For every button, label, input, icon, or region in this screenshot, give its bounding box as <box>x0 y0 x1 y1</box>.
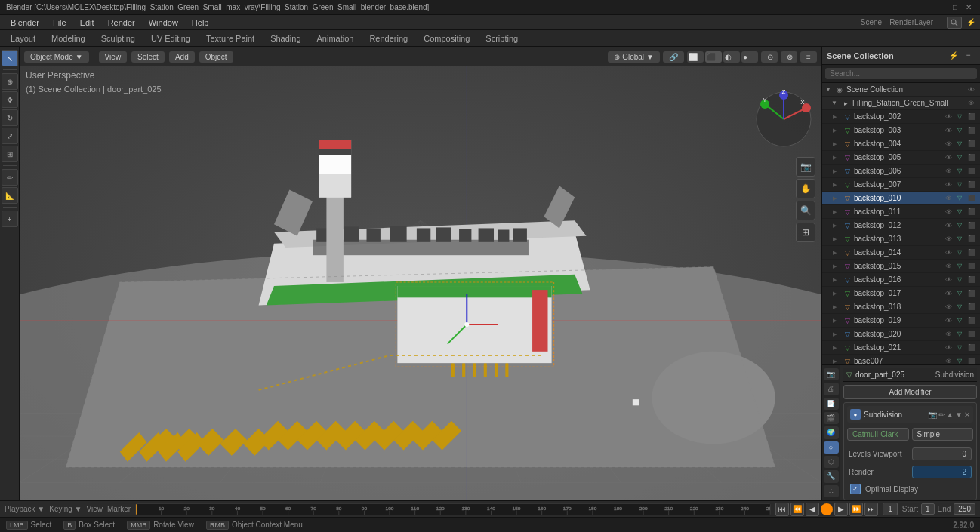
outliner-item[interactable]: ▶ ▽ backstop_011 👁 ▽ ⬛ <box>822 205 980 219</box>
item-tri-icon[interactable]: ▽ <box>957 222 966 229</box>
eye-icon-collection[interactable]: 👁 <box>968 100 977 107</box>
item-eye-icon[interactable]: 👁 <box>945 263 954 270</box>
snap-button[interactable]: 🔗 <box>663 51 684 63</box>
rendered-shading-button[interactable]: ● <box>741 51 758 63</box>
nav-gizmo[interactable]: X Y Z <box>753 89 814 149</box>
viewport-canvas[interactable]: X Y Z 📷 ✋ 🔍 ⊞ <box>20 66 821 500</box>
item-restrict-icon[interactable]: ⬛ <box>968 154 977 161</box>
tab-scripting[interactable]: Scripting <box>478 32 525 45</box>
item-eye-icon[interactable]: 👁 <box>945 222 954 229</box>
item-restrict-icon[interactable]: ⬛ <box>968 168 977 174</box>
timeline-ruler[interactable]: 10 20 30 40 50 60 70 80 90 100 110 120 1… <box>135 503 771 515</box>
item-eye-icon[interactable]: 👁 <box>945 154 954 161</box>
object-mode-dropdown[interactable]: Object Mode ▼ <box>24 51 89 63</box>
item-tri-icon[interactable]: ▽ <box>957 195 966 201</box>
modifier-header-row[interactable]: ● Subdivision 📷 ✏ ▲ ▼ ✕ <box>847 406 973 423</box>
item-tri-icon[interactable]: ▽ <box>957 303 966 310</box>
tab-modeling[interactable]: Modeling <box>44 32 93 45</box>
tab-texture-paint[interactable]: Texture Paint <box>199 32 262 45</box>
tab-shading[interactable]: Shading <box>263 32 308 45</box>
playback-menu[interactable]: Playback ▼ <box>5 505 45 513</box>
item-tri-icon[interactable]: ▽ <box>957 317 966 324</box>
jump-end-button[interactable]: ⏭ <box>864 503 878 516</box>
outliner-item[interactable]: ▶ ▽ backstop_018 👁 ▽ ⬛ <box>822 300 980 314</box>
outliner-item[interactable]: ▶ ▽ backstop_006 👁 ▽ ⬛ <box>822 165 980 178</box>
solid-shading-button[interactable]: ⬛ <box>705 51 722 63</box>
item-restrict-icon[interactable]: ⬛ <box>968 127 977 134</box>
modifier-edit-icon[interactable]: ✏ <box>938 411 945 419</box>
menu-file[interactable]: File <box>47 17 72 29</box>
item-restrict-icon[interactable]: ⬛ <box>968 276 977 283</box>
filling-station-collection[interactable]: ▼ ▸ Filling_Station_Green_Small 👁 <box>822 97 980 110</box>
root-collection-item[interactable]: ▼ ◉ Scene Collection 👁 <box>822 83 980 97</box>
overlays-button[interactable]: ⊙ <box>761 51 778 63</box>
cursor-tool-button[interactable]: ⊕ <box>2 73 18 90</box>
item-restrict-icon[interactable]: ⬛ <box>968 331 977 337</box>
viewport-container[interactable]: Object Mode ▼ View Select Add Object ⊕ G… <box>20 47 821 500</box>
render-value[interactable]: 2 <box>912 466 972 478</box>
item-eye-icon[interactable]: 👁 <box>945 113 954 121</box>
options-button[interactable]: ≡ <box>800 51 817 63</box>
timeline-view-menu[interactable]: View <box>87 505 103 513</box>
maximize-button[interactable]: □ <box>950 2 960 13</box>
item-tri-icon[interactable]: ▽ <box>957 154 966 161</box>
current-frame-field[interactable]: 1 <box>883 503 898 515</box>
outliner-item[interactable]: ▶ ▽ backstop_017 👁 ▽ ⬛ <box>822 287 980 300</box>
levels-viewport-value[interactable]: 0 <box>912 447 972 460</box>
tab-layout[interactable]: Layout <box>3 32 43 45</box>
modifier-camera-icon[interactable]: 📷 <box>928 411 937 419</box>
physics-props-icon[interactable]: ⬡ <box>824 456 839 468</box>
outliner-item[interactable]: ▶ ▽ backstop_004 👁 ▽ ⬛ <box>822 137 980 151</box>
outliner-search-input[interactable] <box>825 68 977 79</box>
menu-blender[interactable]: Blender <box>5 17 45 29</box>
item-restrict-icon[interactable]: ⬛ <box>968 195 977 201</box>
rotate-tool-button[interactable]: ↻ <box>2 109 18 126</box>
modifier-close-icon[interactable]: ✕ <box>964 411 970 419</box>
item-eye-icon[interactable]: 👁 <box>945 181 954 189</box>
render-props-icon[interactable]: 📷 <box>824 368 839 380</box>
item-restrict-icon[interactable]: ⬛ <box>968 290 977 297</box>
item-eye-icon[interactable]: 👁 <box>945 317 954 324</box>
item-tri-icon[interactable]: ▽ <box>957 358 966 364</box>
item-restrict-icon[interactable]: ⬛ <box>968 181 977 188</box>
scene-props-icon[interactable]: 🎬 <box>824 412 839 424</box>
start-frame-field[interactable]: 1 <box>921 503 935 515</box>
item-tri-icon[interactable]: ▽ <box>957 113 966 120</box>
item-tri-icon[interactable]: ▽ <box>957 181 966 188</box>
camera-view-button[interactable]: 📷 <box>796 157 815 177</box>
item-eye-icon[interactable]: 👁 <box>945 249 954 257</box>
outliner-item[interactable]: ▶ ▽ backstop_010 👁 ▽ ⬛ <box>822 192 980 205</box>
view-menu-button[interactable]: View <box>99 51 128 63</box>
play-button[interactable]: ▶ <box>834 503 848 516</box>
toggle-quad-button[interactable]: ⊞ <box>796 223 815 242</box>
item-tri-icon[interactable]: ▽ <box>957 140 966 147</box>
add-menu-button[interactable]: Add <box>169 51 195 63</box>
global-transform-button[interactable]: ⊕ Global ▼ <box>608 51 660 63</box>
world-props-icon[interactable]: 🌍 <box>824 426 839 438</box>
outliner-item[interactable]: ▶ ▽ backstop_003 👁 ▽ ⬛ <box>822 124 980 137</box>
output-props-icon[interactable]: 🖨 <box>824 383 839 395</box>
item-eye-icon[interactable]: 👁 <box>945 195 954 202</box>
eye-icon-root[interactable]: 👁 <box>968 86 977 94</box>
modifier-down-icon[interactable]: ▼ <box>955 411 963 419</box>
outliner-item[interactable]: ▶ ▽ backstop_002 👁 ▽ ⬛ <box>822 110 980 124</box>
outliner-item[interactable]: ▶ ▽ backstop_015 👁 ▽ ⬛ <box>822 260 980 273</box>
outliner-item[interactable]: ▶ ▽ backstop_021 👁 ▽ ⬛ <box>822 341 980 355</box>
wireframe-shading-button[interactable]: ⬜ <box>687 51 704 63</box>
select-tool-button[interactable]: ↖ <box>2 50 18 66</box>
item-restrict-icon[interactable]: ⬛ <box>968 113 977 120</box>
item-eye-icon[interactable]: 👁 <box>945 290 954 297</box>
keying-menu[interactable]: Keying ▼ <box>49 505 82 513</box>
transform-tool-button[interactable]: ⊞ <box>2 146 18 162</box>
close-button[interactable]: ✕ <box>963 2 974 13</box>
simple-dropdown[interactable]: Simple <box>912 428 974 441</box>
outliner-item[interactable]: ▶ ▽ backstop_005 👁 ▽ ⬛ <box>822 151 980 165</box>
outliner-list[interactable]: ▼ ◉ Scene Collection 👁 ▼ ▸ Filling_Stati… <box>822 83 980 364</box>
search-icon-header[interactable] <box>947 17 962 29</box>
end-frame-field[interactable]: 250 <box>954 503 975 515</box>
item-eye-icon[interactable]: 👁 <box>945 344 954 352</box>
tab-sculpting[interactable]: Sculpting <box>94 32 143 45</box>
item-restrict-icon[interactable]: ⬛ <box>968 358 977 364</box>
measure-tool-button[interactable]: 📐 <box>2 187 18 204</box>
jump-start-button[interactable]: ⏮ <box>775 503 789 516</box>
